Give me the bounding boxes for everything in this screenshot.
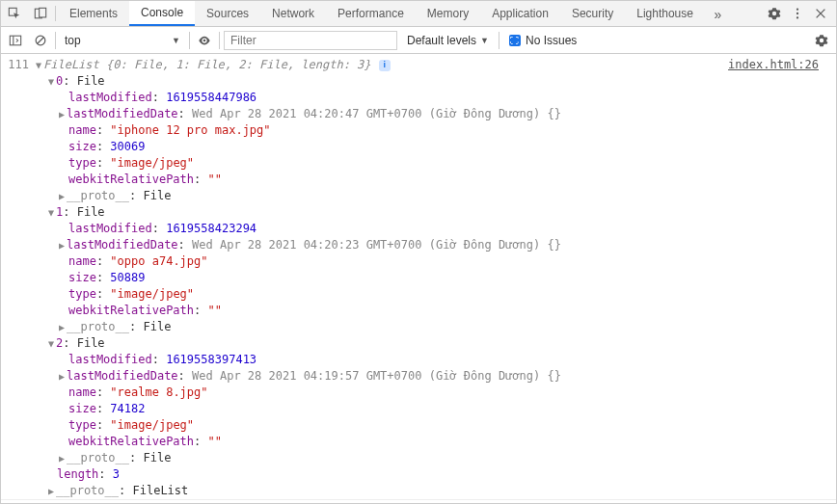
prop-value: "" bbox=[208, 304, 222, 317]
prop-value: "oppo a74.jpg" bbox=[110, 254, 207, 268]
prop-value: Wed Apr 28 2021 04:19:57 GMT+0700 (Giờ Đ… bbox=[192, 369, 561, 383]
svg-point-4 bbox=[796, 13, 798, 14]
more-tabs-icon[interactable]: » bbox=[705, 1, 731, 27]
svg-point-3 bbox=[796, 8, 798, 10]
prop-key: size bbox=[68, 402, 96, 415]
prop-value: 30069 bbox=[110, 140, 145, 153]
console-settings-icon[interactable] bbox=[811, 30, 832, 51]
prop-key: webkitRelativePath bbox=[68, 304, 194, 317]
sidebar-toggle-icon[interactable] bbox=[5, 30, 26, 51]
prop-value: 1619558423294 bbox=[166, 222, 256, 235]
svg-point-10 bbox=[203, 39, 206, 41]
prop-key: type bbox=[68, 418, 96, 432]
prop-value: Wed Apr 28 2021 04:20:23 GMT+0700 (Giờ Đ… bbox=[192, 238, 561, 252]
source-link[interactable]: index.html:26 bbox=[728, 57, 819, 73]
divider bbox=[219, 32, 220, 49]
prop-key: lastModified bbox=[68, 353, 152, 366]
expand-arrow-icon[interactable]: ▶ bbox=[46, 483, 56, 499]
svg-rect-6 bbox=[10, 36, 20, 45]
prop-value: File bbox=[143, 320, 171, 333]
tab-application[interactable]: Application bbox=[480, 1, 560, 26]
prop-value: 50889 bbox=[110, 271, 145, 284]
prop-value: "realme 8.jpg" bbox=[110, 385, 207, 399]
prop-key: __proto__ bbox=[56, 484, 119, 497]
prop-key: type bbox=[68, 156, 96, 170]
prop-value: "" bbox=[208, 435, 222, 448]
console-messages: 111 index.html:26 ▼FileList {0: File, 1:… bbox=[1, 54, 836, 503]
object-preview: FileList {0: File, 1: File, 2: File, len… bbox=[43, 58, 391, 71]
prop-value: 3 bbox=[113, 467, 120, 481]
prop-key: lastModified bbox=[68, 222, 152, 235]
context-label: top bbox=[65, 34, 81, 47]
prop-key: length bbox=[57, 467, 98, 481]
prop-value: 1619558397413 bbox=[166, 353, 256, 366]
prop-value: File bbox=[77, 205, 105, 219]
divider bbox=[189, 32, 190, 49]
prop-key: lastModified bbox=[68, 91, 152, 104]
prop-key: __proto__ bbox=[67, 189, 129, 202]
clear-console-icon[interactable] bbox=[30, 30, 51, 51]
svg-rect-2 bbox=[39, 8, 45, 17]
expand-arrow-icon[interactable]: ▶ bbox=[57, 188, 67, 204]
context-selector[interactable]: top ▼ bbox=[60, 31, 185, 50]
issues-indicator[interactable]: ⛶ No Issues bbox=[503, 34, 582, 47]
tab-lighthouse[interactable]: Lighthouse bbox=[625, 1, 705, 26]
inspect-icon[interactable] bbox=[1, 1, 27, 27]
prop-key: webkitRelativePath bbox=[68, 172, 194, 186]
chevron-down-icon: ▼ bbox=[172, 36, 180, 45]
prop-value: 74182 bbox=[110, 402, 145, 415]
devtools-tab-bar: Elements Console Sources Network Perform… bbox=[1, 1, 836, 27]
info-icon[interactable]: i bbox=[379, 60, 391, 71]
prop-value: "image/jpeg" bbox=[110, 156, 194, 170]
tab-security[interactable]: Security bbox=[560, 1, 625, 26]
prop-key: lastModifiedDate bbox=[67, 238, 178, 252]
prop-key: name bbox=[68, 385, 96, 399]
expand-arrow-icon[interactable]: ▶ bbox=[57, 106, 67, 122]
issues-icon: ⛶ bbox=[509, 35, 521, 46]
tab-memory[interactable]: Memory bbox=[416, 1, 480, 26]
prop-value: FileList bbox=[132, 484, 188, 497]
divider bbox=[499, 32, 500, 49]
close-icon[interactable] bbox=[809, 1, 832, 27]
prop-key: webkitRelativePath bbox=[68, 435, 194, 448]
tab-elements[interactable]: Elements bbox=[58, 1, 129, 26]
prop-value: Wed Apr 28 2021 04:20:47 GMT+0700 (Giờ Đ… bbox=[192, 107, 561, 120]
prompt-caret-icon: › bbox=[7, 502, 14, 503]
prop-key: lastModifiedDate bbox=[67, 369, 178, 383]
chevron-down-icon: ▼ bbox=[480, 36, 489, 45]
tab-console[interactable]: Console bbox=[129, 1, 195, 26]
tab-sources[interactable]: Sources bbox=[195, 1, 260, 26]
prop-value: File bbox=[77, 336, 105, 350]
filter-input[interactable] bbox=[224, 31, 397, 50]
log-levels-selector[interactable]: Default levels ▼ bbox=[401, 34, 495, 47]
expand-arrow-icon[interactable]: ▶ bbox=[57, 237, 67, 253]
tab-performance[interactable]: Performance bbox=[326, 1, 416, 26]
expand-arrow-icon[interactable]: ▼ bbox=[46, 204, 56, 221]
prop-key: type bbox=[68, 287, 96, 301]
expand-arrow-icon[interactable]: ▼ bbox=[46, 73, 56, 90]
prop-key: lastModifiedDate bbox=[67, 107, 178, 120]
expand-arrow-icon[interactable]: ▶ bbox=[57, 368, 67, 385]
prop-key: name bbox=[68, 123, 96, 137]
device-toggle-icon[interactable] bbox=[27, 1, 53, 27]
expand-arrow-icon[interactable]: ▶ bbox=[57, 450, 67, 466]
prop-value: "" bbox=[208, 172, 222, 186]
prop-key: size bbox=[68, 271, 96, 284]
tab-network[interactable]: Network bbox=[260, 1, 326, 26]
console-prompt[interactable]: › bbox=[1, 499, 836, 503]
divider bbox=[55, 32, 56, 49]
tabs-container: Elements Console Sources Network Perform… bbox=[58, 1, 763, 26]
expand-arrow-icon[interactable]: ▼ bbox=[34, 57, 43, 73]
settings-icon[interactable] bbox=[763, 1, 786, 27]
kebab-menu-icon[interactable] bbox=[786, 1, 809, 27]
prop-value: File bbox=[77, 74, 105, 88]
expand-arrow-icon[interactable]: ▼ bbox=[46, 335, 56, 352]
issues-label: No Issues bbox=[526, 34, 577, 47]
log-entry[interactable]: 111 index.html:26 ▼FileList {0: File, 1:… bbox=[1, 57, 836, 499]
prop-value: 1619558447986 bbox=[166, 91, 256, 104]
prop-value: "image/jpeg" bbox=[110, 418, 194, 432]
console-toolbar: top ▼ Default levels ▼ ⛶ No Issues bbox=[1, 27, 836, 54]
live-expression-icon[interactable] bbox=[194, 30, 215, 51]
expand-arrow-icon[interactable]: ▶ bbox=[57, 319, 67, 335]
prop-value: "image/jpeg" bbox=[110, 287, 194, 301]
